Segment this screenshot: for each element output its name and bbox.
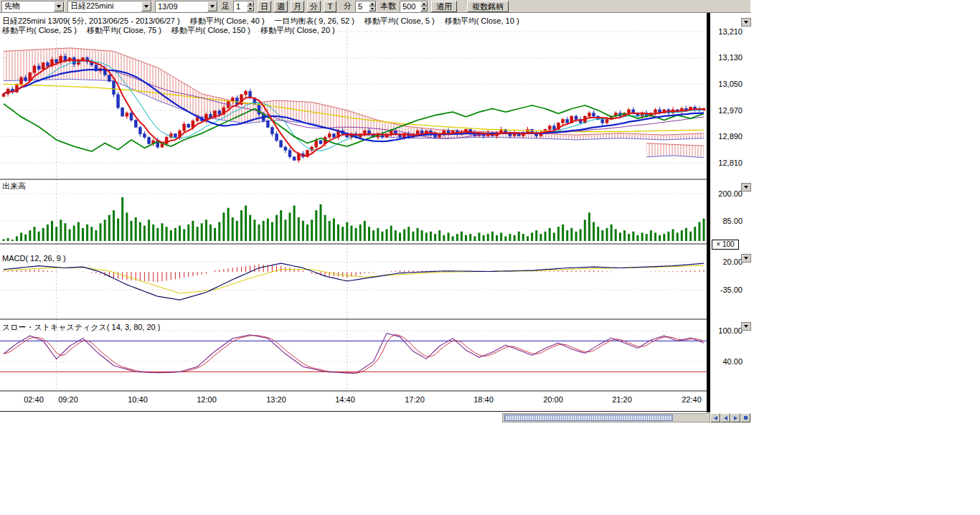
main-toolbar: 先物 日経225mini 13/09 足 1 日 週 月 分 T 分 5 本数 … xyxy=(0,0,750,13)
bar-count-input[interactable]: 500 xyxy=(400,1,428,12)
time-axis-label: 14:40 xyxy=(331,395,359,404)
scroll-button-group xyxy=(710,413,750,422)
arrow-left-icon xyxy=(714,416,717,420)
volume-axis-label: 200.00 xyxy=(718,189,743,198)
spinner-down-icon[interactable] xyxy=(369,6,376,11)
instrument-value: 日経225mini xyxy=(70,1,114,11)
macd-panel-menu-button[interactable] xyxy=(741,254,751,263)
price-axis-label: 13,050 xyxy=(718,80,743,88)
macd-axis-label: 20.00 xyxy=(722,258,743,266)
stoch-axis-label: 100.00 xyxy=(718,326,743,335)
macd-axis-label: -35.00 xyxy=(720,285,743,294)
minute-label: 分 xyxy=(344,1,352,11)
macd-panel-title: MACD( 12, 26, 9 ) xyxy=(2,254,66,263)
apply-button[interactable]: 適用 xyxy=(431,1,457,12)
spinner-up-icon[interactable] xyxy=(369,1,376,6)
spinner-up-icon[interactable] xyxy=(420,1,428,6)
spinner[interactable] xyxy=(369,1,376,11)
minute-input[interactable]: 5 xyxy=(355,1,377,12)
arrow-right-icon xyxy=(734,416,738,420)
axis-column: 13,210 13,130 13,050 12,970 12,890 12,81… xyxy=(712,13,753,423)
minute-value: 5 xyxy=(358,2,362,11)
stoch-panel-menu-button[interactable] xyxy=(741,322,751,331)
volume-panel-title: 出来高 xyxy=(2,181,26,192)
chevron-down-icon[interactable] xyxy=(207,1,217,11)
scroll-left-button[interactable] xyxy=(720,413,730,422)
spinner[interactable] xyxy=(420,1,428,11)
dropdown-triangle-icon xyxy=(744,21,748,24)
period-week-button[interactable]: 週 xyxy=(274,1,288,12)
price-axis-label: 12,970 xyxy=(718,106,743,115)
spinner-down-icon[interactable] xyxy=(247,6,254,11)
axis-divider xyxy=(707,13,710,412)
scroll-start-button[interactable] xyxy=(710,413,720,422)
multi-symbol-button[interactable]: 複数銘柄 xyxy=(467,1,509,12)
volume-panel-menu-button[interactable] xyxy=(741,183,751,192)
time-axis-label: 10:40 xyxy=(123,395,152,404)
price-axis-label: 12,890 xyxy=(718,132,743,141)
spinner-down-icon[interactable] xyxy=(420,6,428,11)
period-month-button[interactable]: 月 xyxy=(291,1,304,12)
arrow-left-icon xyxy=(724,416,727,420)
time-axis-label: 20:00 xyxy=(539,395,567,404)
contract-month-select[interactable]: 13/09 xyxy=(155,1,218,12)
scrollbar-track[interactable] xyxy=(502,413,710,422)
instrument-type-select[interactable]: 先物 xyxy=(1,1,65,12)
price-panel-menu-button[interactable] xyxy=(741,18,751,27)
time-axis-label: 09:20 xyxy=(54,395,83,404)
bar-count-label: 本数 xyxy=(380,1,396,11)
time-axis-label: 21:20 xyxy=(608,395,636,404)
instrument-type-value: 先物 xyxy=(4,1,20,11)
scroll-right-button[interactable] xyxy=(730,413,740,422)
period-tick-button[interactable]: T xyxy=(324,1,336,12)
chart-application-window: 先物 日経225mini 13/09 足 1 日 週 月 分 T 分 5 本数 … xyxy=(0,0,980,515)
spinner[interactable] xyxy=(247,1,254,11)
bar-type-label: 足 xyxy=(222,1,230,11)
period-day-button[interactable]: 日 xyxy=(258,1,271,12)
instrument-select[interactable]: 日経225mini xyxy=(67,1,152,12)
time-axis-label: 02:40 xyxy=(19,395,48,404)
price-axis-label: 13,130 xyxy=(718,53,743,62)
price-axis-label: 12,810 xyxy=(718,159,743,167)
dropdown-triangle-icon xyxy=(744,257,748,260)
bar-interval-value: 1 xyxy=(236,2,240,11)
time-axis-label: 18:40 xyxy=(469,395,498,404)
scrollbar-thumb[interactable] xyxy=(504,415,673,421)
chevron-down-icon[interactable] xyxy=(54,1,64,11)
contract-month-value: 13/09 xyxy=(158,2,178,11)
time-axis-label: 17:20 xyxy=(400,395,429,404)
stoch-panel-title: スロー・ストキャスティクス( 14, 3, 80, 20 ) xyxy=(2,322,160,333)
price-axis-label: 13,210 xyxy=(718,27,743,36)
dropdown-triangle-icon xyxy=(744,325,748,328)
chart-canvas[interactable] xyxy=(0,13,707,412)
period-minute-button[interactable]: 分 xyxy=(307,1,321,12)
bar-count-value: 500 xyxy=(402,2,415,11)
horizontal-scrollbar xyxy=(502,413,750,422)
stop-square-icon xyxy=(744,416,748,420)
time-axis-label: 12:00 xyxy=(192,395,221,404)
stoch-axis-label: 40.00 xyxy=(722,357,743,366)
time-axis: 02:4009:2010:4012:0013:2014:4017:2018:40… xyxy=(0,395,707,405)
scroll-end-button[interactable] xyxy=(740,413,750,422)
volume-multiplier-badge: × 100 xyxy=(712,240,739,250)
time-axis-label: 13:20 xyxy=(262,395,291,404)
volume-axis-label: 85.00 xyxy=(722,217,743,225)
bar-interval-input[interactable]: 1 xyxy=(233,1,255,12)
chevron-down-icon[interactable] xyxy=(141,1,151,11)
dropdown-triangle-icon xyxy=(744,186,748,189)
time-axis-label: 22:40 xyxy=(677,395,706,404)
spinner-up-icon[interactable] xyxy=(247,1,254,6)
